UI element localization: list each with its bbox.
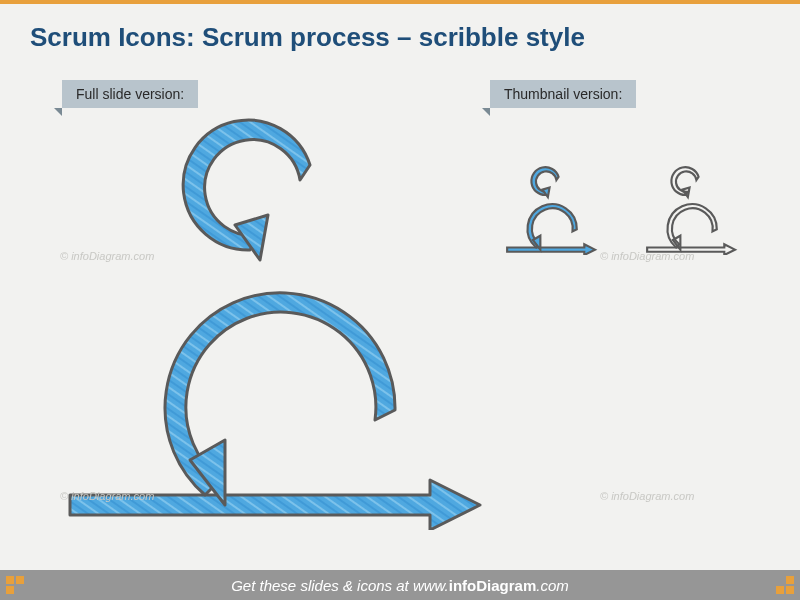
footer-corner-icon xyxy=(776,576,794,594)
scrum-process-icon-thumb-filled xyxy=(490,165,610,255)
footer-brand: infoDiagram xyxy=(449,577,537,594)
page-title: Scrum Icons: Scrum process – scribble st… xyxy=(0,4,800,65)
footer-corner-icon xyxy=(6,576,24,594)
label-full-version: Full slide version: xyxy=(62,80,198,108)
label-thumbnail-version: Thumbnail version: xyxy=(490,80,636,108)
scrum-process-icon-large xyxy=(50,110,490,530)
thumbnail-row xyxy=(490,150,770,270)
footer-suffix: .com xyxy=(536,577,569,594)
scrum-process-icon-thumb-outline xyxy=(630,165,750,255)
footer-text: Get these slides & icons at www.infoDiag… xyxy=(231,577,569,594)
footer-www: www. xyxy=(413,577,449,594)
footer-bar: Get these slides & icons at www.infoDiag… xyxy=(0,570,800,600)
footer-prefix: Get these slides & icons at xyxy=(231,577,413,594)
watermark: © infoDiagram.com xyxy=(600,490,694,502)
